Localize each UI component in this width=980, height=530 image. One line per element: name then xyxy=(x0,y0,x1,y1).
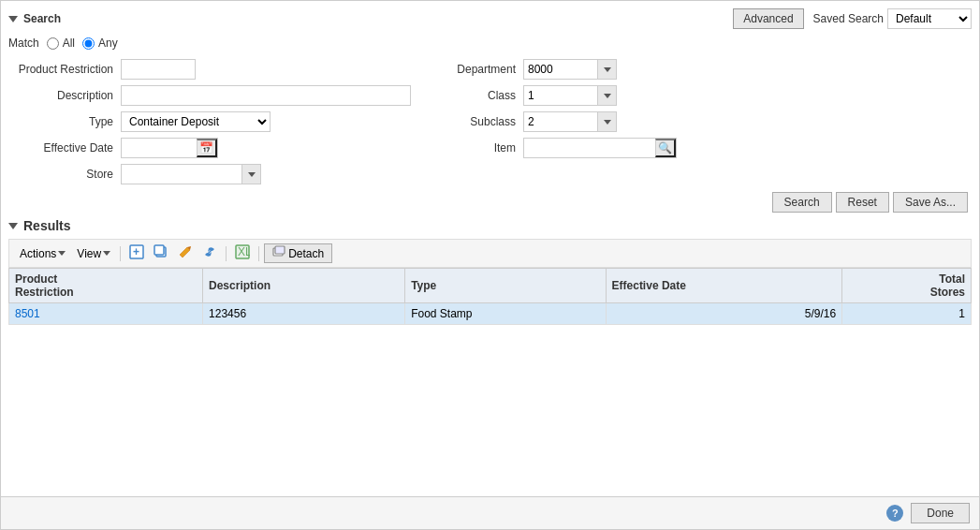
cell-total_stores: 1 xyxy=(842,303,972,325)
main-container: Search Advanced Saved Search Default Mat… xyxy=(0,0,980,530)
class-select-wrapper xyxy=(523,85,617,106)
actions-chevron-icon xyxy=(58,251,66,256)
col-description: Description xyxy=(203,269,405,303)
col-product-restriction: ProductRestriction xyxy=(9,269,203,303)
effective-date-wrapper: 📅 xyxy=(121,138,218,158)
toolbar-sep-2 xyxy=(226,246,227,261)
subclass-input[interactable] xyxy=(523,111,598,132)
subclass-row: Subclass xyxy=(448,111,677,132)
duplicate-record-btn[interactable] xyxy=(150,243,172,264)
product-restriction-row: Product Restriction xyxy=(8,59,411,80)
department-select-wrapper xyxy=(523,59,617,80)
form-grid: Product Restriction Description Type Con… xyxy=(8,59,972,184)
effective-date-input[interactable] xyxy=(122,139,197,157)
store-row: Store xyxy=(8,164,411,184)
svg-rect-3 xyxy=(154,245,164,255)
store-dropdown-btn[interactable] xyxy=(242,164,261,184)
class-dropdown-btn[interactable] xyxy=(598,85,617,106)
item-label: Item xyxy=(448,141,523,155)
calendar-icon-button[interactable]: 📅 xyxy=(197,139,217,157)
content-area[interactable]: Search Advanced Saved Search Default Mat… xyxy=(1,1,979,496)
effective-date-row: Effective Date 📅 xyxy=(8,138,411,158)
cell-description: 123456 xyxy=(203,303,405,325)
search-header-right: Advanced Saved Search Default xyxy=(733,8,972,29)
match-all-option[interactable]: All xyxy=(47,37,75,50)
cell-product_restriction[interactable]: 8501 xyxy=(15,307,40,320)
store-label: Store xyxy=(8,168,121,181)
edit-icon xyxy=(178,244,193,262)
advanced-button[interactable]: Advanced xyxy=(733,8,803,29)
export-btn[interactable]: XLS xyxy=(231,243,254,264)
store-chevron-icon xyxy=(248,172,256,177)
table-header-row: ProductRestriction Description Type Effe… xyxy=(9,269,972,303)
view-dropdown[interactable]: View xyxy=(72,244,115,263)
type-row: Type Container Deposit Food Stamp WIC xyxy=(8,111,411,132)
department-input[interactable] xyxy=(523,59,598,80)
collapse-results-icon[interactable] xyxy=(8,223,18,229)
department-row: Department xyxy=(448,59,677,80)
view-chevron-icon xyxy=(103,251,110,256)
search-button[interactable]: Search xyxy=(772,192,832,213)
detach-label: Detach xyxy=(288,247,324,260)
actions-dropdown[interactable]: Actions xyxy=(15,244,70,263)
col-effective-date: Effective Date xyxy=(606,269,842,303)
table-row[interactable]: 8501123456Food Stamp5/9/161 xyxy=(9,303,972,325)
cell-effective_date: 5/9/16 xyxy=(606,303,842,325)
results-toolbar: Actions View + xyxy=(8,239,972,268)
match-label: Match xyxy=(8,37,39,50)
store-select-wrapper xyxy=(121,164,261,184)
item-row: Item 🔍 xyxy=(448,138,677,158)
subclass-dropdown-btn[interactable] xyxy=(598,111,617,132)
duplicate-icon xyxy=(154,244,168,262)
item-input-wrapper: 🔍 xyxy=(523,138,677,158)
effective-date-label: Effective Date xyxy=(8,141,121,155)
class-label: Class xyxy=(448,89,523,102)
svg-rect-8 xyxy=(275,246,285,254)
save-as-button[interactable]: Save As... xyxy=(893,192,968,213)
department-dropdown-btn[interactable] xyxy=(598,59,617,80)
col-type: Type xyxy=(405,269,606,303)
link-btn[interactable] xyxy=(198,243,221,264)
product-restriction-input[interactable] xyxy=(121,59,196,80)
help-button[interactable]: ? xyxy=(886,505,903,522)
match-any-option[interactable]: Any xyxy=(82,37,118,50)
department-chevron-icon xyxy=(604,67,611,72)
store-input[interactable] xyxy=(121,164,242,184)
item-input[interactable] xyxy=(524,139,655,157)
department-label: Department xyxy=(448,63,523,76)
create-record-btn[interactable]: + xyxy=(125,243,148,264)
create-icon: + xyxy=(129,244,144,262)
item-search-icon: 🔍 xyxy=(658,141,672,155)
match-row: Match All Any xyxy=(8,37,972,50)
type-select[interactable]: Container Deposit Food Stamp WIC xyxy=(121,111,271,132)
saved-search-select[interactable]: Default xyxy=(887,8,972,29)
svg-text:+: + xyxy=(133,245,139,258)
class-chevron-icon xyxy=(604,94,611,98)
description-label: Description xyxy=(8,89,121,102)
cell-type: Food Stamp xyxy=(405,303,606,325)
collapse-search-icon[interactable] xyxy=(8,16,18,22)
svg-text:XLS: XLS xyxy=(238,245,250,258)
class-row: Class xyxy=(448,85,677,106)
toolbar-sep-3 xyxy=(258,246,259,261)
form-left: Product Restriction Description Type Con… xyxy=(8,59,411,184)
form-right: Department Class xyxy=(448,59,677,184)
actions-label: Actions xyxy=(20,247,56,260)
product-restriction-label: Product Restriction xyxy=(8,63,121,76)
link-icon xyxy=(202,244,217,262)
edit-record-btn[interactable] xyxy=(174,243,197,264)
class-input[interactable] xyxy=(523,85,598,106)
reset-button[interactable]: Reset xyxy=(836,192,889,213)
export-icon: XLS xyxy=(235,244,250,262)
action-buttons: Search Reset Save As... xyxy=(8,192,972,213)
item-search-icon-button[interactable]: 🔍 xyxy=(655,139,676,157)
col-total-stores: TotalStores xyxy=(842,269,972,303)
calendar-icon: 📅 xyxy=(199,141,213,155)
detach-button[interactable]: Detach xyxy=(264,243,332,263)
view-label: View xyxy=(77,247,101,260)
detach-icon xyxy=(272,245,285,261)
footer: ? Done xyxy=(1,496,979,529)
subclass-select-wrapper xyxy=(523,111,617,132)
done-button[interactable]: Done xyxy=(911,503,970,523)
description-input[interactable] xyxy=(121,85,411,106)
